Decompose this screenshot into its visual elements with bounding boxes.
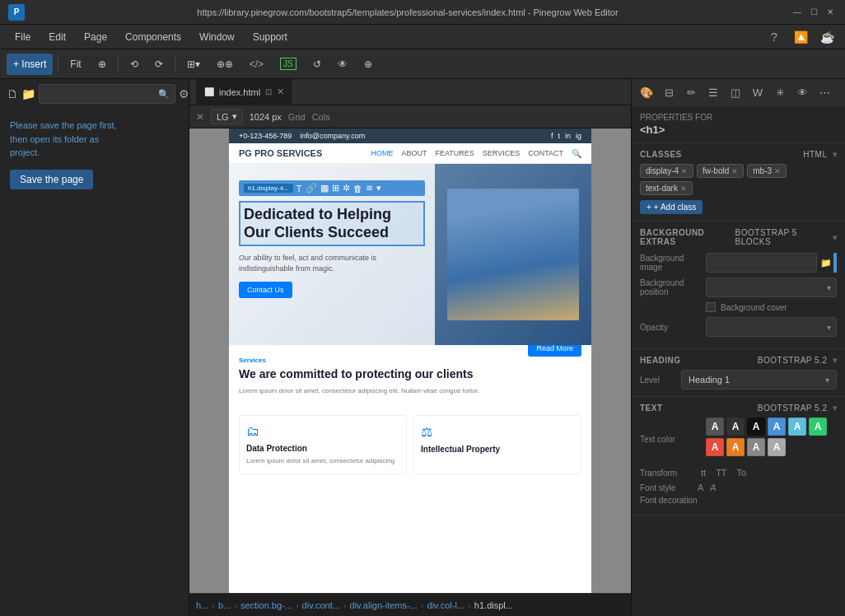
classes-tag: HTML (803, 150, 827, 159)
color-swatch-9[interactable]: A (747, 438, 765, 456)
text-chevron-icon[interactable]: ▾ (833, 404, 838, 413)
maximize-button[interactable]: ☐ (807, 6, 820, 19)
cols-toggle[interactable]: Cols (312, 112, 330, 122)
color-swatch-1[interactable]: A (706, 418, 724, 436)
rp-align-icon[interactable]: ☰ (703, 82, 723, 102)
code-button[interactable]: </> (243, 54, 270, 75)
bg-image-folder-icon[interactable]: 📁 (820, 258, 832, 268)
nav-contact[interactable]: CONTACT (528, 149, 563, 157)
color-swatch-4[interactable]: A (768, 418, 786, 436)
close-button[interactable]: ✕ (824, 6, 837, 19)
breakpoint-selector[interactable]: LG ▾ (211, 109, 243, 124)
help-icon[interactable]: ? (763, 27, 786, 47)
bg-position-select[interactable]: ▾ (706, 278, 837, 297)
tree-icon[interactable]: 📁 (21, 84, 35, 104)
rp-edit-icon[interactable]: ✏ (681, 82, 701, 102)
bg-opacity-select[interactable]: ▾ (706, 317, 837, 337)
classes-chevron-icon[interactable]: ▾ (833, 150, 838, 159)
link-icon[interactable]: 🔗 (306, 183, 317, 194)
bg-image-input[interactable] (706, 253, 817, 273)
rp-toolbar: 🎨 ⊟ ✏ ☰ ◫ W ✳ 👁 ⋯ (632, 79, 845, 106)
bg-extras-chevron-icon[interactable]: ▾ (833, 233, 838, 242)
nav-features[interactable]: FEATURES (435, 149, 474, 157)
rp-cursor-icon[interactable]: ✳ (770, 82, 790, 102)
menu-window[interactable]: Window (191, 29, 243, 45)
nav-home[interactable]: HOME (371, 149, 393, 157)
rp-wordpress-icon[interactable]: W (748, 82, 768, 102)
bc-section[interactable]: section.bg-... (240, 600, 292, 610)
font-style-italic[interactable]: A (710, 483, 716, 492)
settings-icon[interactable]: 🔼 (789, 27, 812, 47)
preview-button[interactable]: 👁 (331, 54, 354, 75)
strikethrough-icon[interactable]: ≋ (366, 183, 373, 194)
nav-about[interactable]: ABOUT (401, 149, 427, 157)
hero-cta-button[interactable]: Contact Us (239, 282, 292, 298)
nav-search-icon[interactable]: 🔍 (572, 149, 581, 158)
color-swatch-3[interactable]: A (747, 418, 765, 436)
color-swatch-10[interactable]: A (768, 438, 786, 456)
user-icon[interactable]: ☕ (815, 27, 838, 47)
bc-div-align[interactable]: div.align-items-... (350, 600, 418, 610)
globe-button[interactable]: ⊕ (357, 54, 379, 75)
zoom-in-button[interactable]: ⊕ (91, 54, 113, 75)
bc-b[interactable]: b... (218, 600, 231, 610)
heading-level-select[interactable]: Heading 1 ▾ (681, 370, 837, 390)
reload-button[interactable]: ↺ (306, 54, 328, 75)
save-page-button[interactable]: Save the page (10, 170, 93, 189)
font-style-normal[interactable]: A (698, 483, 703, 492)
grid-toggle[interactable]: Grid (288, 112, 306, 122)
insert-button[interactable]: + Insert (7, 54, 53, 75)
files-icon[interactable]: 🗋 (7, 84, 18, 104)
class-display4-remove[interactable]: ✕ (681, 167, 688, 175)
color-swatch-8[interactable]: A (726, 438, 745, 456)
minimize-button[interactable]: — (791, 6, 804, 19)
bc-div-cont[interactable]: div.cont... (302, 600, 340, 610)
interact-button[interactable]: ⊕⊕ (210, 54, 240, 75)
bc-h[interactable]: h... (196, 600, 208, 610)
fit-button[interactable]: Fit (63, 54, 87, 75)
add-class-button[interactable]: + + Add class (640, 200, 703, 214)
transform-uppercase[interactable]: TT (712, 466, 730, 479)
menu-page[interactable]: Page (76, 29, 115, 45)
file-tab[interactable]: ⬜ index.html ⊡ ✕ (196, 79, 293, 105)
rp-styles-icon[interactable]: 🎨 (637, 82, 656, 102)
menu-components[interactable]: Components (117, 29, 189, 45)
rp-visible-icon[interactable]: 👁 (792, 82, 812, 102)
color-swatch-2[interactable]: A (726, 418, 745, 436)
heading-level-row: Level Heading 1 ▾ (640, 370, 837, 390)
text-format-icon[interactable]: T (296, 184, 302, 194)
color-swatch-7[interactable]: A (706, 438, 724, 456)
nav-services[interactable]: SERVICES (483, 149, 520, 157)
expand-icon[interactable]: ▾ (376, 183, 381, 194)
search-input[interactable] (44, 89, 158, 99)
js-button[interactable]: JS (273, 54, 303, 75)
heading-chevron-icon[interactable]: ▾ (833, 356, 838, 365)
color-swatch-6[interactable]: A (809, 418, 827, 436)
transform-capitalize[interactable]: To (734, 466, 750, 479)
undo-button[interactable]: ⟲ (124, 54, 145, 75)
class-textdark-remove[interactable]: ✕ (680, 184, 687, 193)
classes-title: CLASSES (640, 150, 682, 159)
transform-lowercase[interactable]: tt (698, 466, 709, 479)
class-fwbold-remove[interactable]: ✕ (731, 167, 738, 175)
bc-div-col[interactable]: div.col-l... (427, 600, 465, 610)
menu-edit[interactable]: Edit (40, 29, 74, 45)
color-swatch-5[interactable]: A (788, 418, 806, 436)
filter-icon[interactable]: ⚙ (179, 84, 189, 104)
preview-inner[interactable]: +0-123-456-789 info@company.com f t in i… (229, 128, 591, 593)
rp-extra-icon[interactable]: ⋯ (815, 82, 834, 102)
asterisk-icon[interactable]: ✲ (343, 183, 350, 194)
redo-button[interactable]: ⟳ (148, 54, 170, 75)
menu-file[interactable]: File (7, 29, 39, 45)
rp-properties-icon[interactable]: ⊟ (659, 82, 679, 102)
grid-button[interactable]: ⊞▾ (180, 54, 207, 75)
menu-support[interactable]: Support (245, 29, 296, 45)
table-icon[interactable]: ▦ (320, 183, 329, 194)
rp-responsive-icon[interactable]: ◫ (726, 82, 745, 102)
grid-layout-icon[interactable]: ⊞ (332, 183, 339, 194)
delete-icon[interactable]: 🗑 (353, 184, 362, 194)
tab-close-button[interactable]: ✕ (277, 86, 284, 97)
preview-close-button[interactable]: ✕ (196, 111, 204, 123)
class-mb3-remove[interactable]: ✕ (774, 167, 781, 175)
bg-cover-checkbox[interactable] (706, 302, 716, 312)
